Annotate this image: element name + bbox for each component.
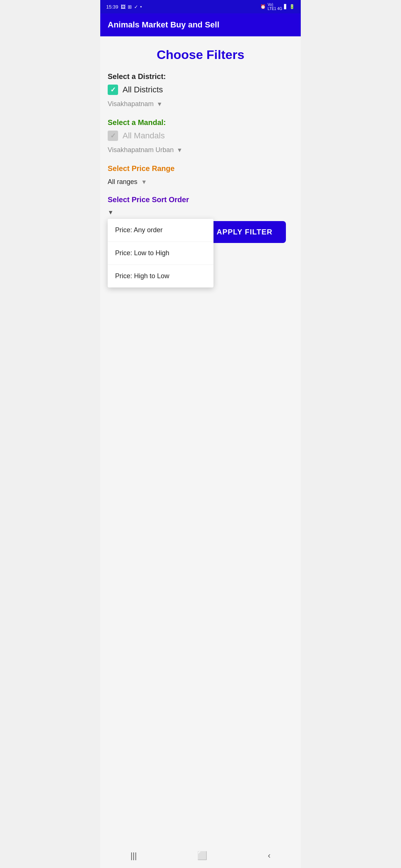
sort-option-high-to-low[interactable]: Price: High to Low: [108, 265, 213, 287]
mandal-dropdown-arrow[interactable]: ▼: [177, 147, 183, 154]
district-section-label: Select a District:: [108, 72, 293, 81]
status-bar: 15:39 🖼 ⊞ ✓ • ⏰ Vo)LTE1 4G ▋ 🔋: [100, 0, 301, 13]
battery-icon: 🔋: [289, 4, 295, 9]
price-range-value: All ranges: [108, 178, 137, 186]
signal-icon: ▋: [284, 4, 287, 9]
all-mandals-label: All Mandals: [123, 131, 165, 141]
all-mandals-checkbox[interactable]: [108, 131, 118, 141]
price-range-label: Select Price Range: [108, 164, 293, 173]
sort-option-low-to-high[interactable]: Price: Low to High: [108, 242, 213, 265]
status-bar-left: 15:39 🖼 ⊞ ✓ •: [106, 4, 142, 10]
bottom-nav: ||| ⬜ ‹: [100, 845, 301, 868]
mandal-section-label: Select a Mandal:: [108, 118, 293, 127]
price-sort-label: Select Price Sort Order: [108, 195, 293, 204]
nav-back-icon[interactable]: ‹: [268, 851, 270, 861]
district-dropdown-arrow[interactable]: ▼: [157, 101, 163, 108]
check-icon: ✓: [134, 4, 138, 10]
price-sort-dropdown-row[interactable]: ▼: [108, 208, 293, 217]
status-bar-right: ⏰ Vo)LTE1 4G ▋ 🔋: [260, 3, 295, 11]
mandal-dropdown-value: Visakhapatnam Urban: [108, 146, 174, 154]
district-dropdown-value: Visakhapatnam: [108, 100, 154, 108]
main-content: Choose Filters Select a District: All Di…: [100, 36, 301, 860]
nav-home-icon[interactable]: ⬜: [197, 851, 207, 861]
price-range-section: Select Price Range All ranges ▼: [108, 164, 293, 187]
nav-menu-icon[interactable]: |||: [130, 851, 137, 861]
app-bar: Animals Market Buy and Sell: [100, 13, 301, 36]
apply-filter-button[interactable]: APPLY FILTER: [203, 221, 286, 243]
alarm-icon: ⏰: [260, 4, 266, 9]
sort-option-any-order[interactable]: Price: Any order: [108, 219, 213, 242]
network-icon: Vo)LTE1 4G: [268, 3, 282, 11]
page-title: Choose Filters: [108, 47, 293, 62]
price-sort-dropdown-menu: Price: Any order Price: Low to High Pric…: [108, 219, 213, 287]
price-sort-arrow[interactable]: ▼: [108, 209, 114, 216]
all-mandals-row[interactable]: All Mandals: [108, 131, 293, 141]
district-dropdown-row[interactable]: Visakhapatnam ▼: [108, 98, 293, 110]
all-districts-row[interactable]: All Districts: [108, 85, 293, 95]
dot-icon: •: [140, 4, 142, 10]
all-districts-checkbox[interactable]: [108, 85, 118, 95]
app-title: Animals Market Buy and Sell: [108, 20, 219, 29]
district-section: Select a District: All Districts Visakha…: [108, 72, 293, 110]
mandal-section: Select a Mandal: All Mandals Visakhapatn…: [108, 118, 293, 156]
photo-icon: 🖼: [121, 4, 125, 10]
price-range-arrow[interactable]: ▼: [141, 179, 147, 185]
time-display: 15:39: [106, 4, 118, 10]
layers-icon: ⊞: [128, 4, 132, 10]
all-districts-label: All Districts: [123, 85, 163, 95]
price-sort-section: Select Price Sort Order ▼ Price: Any ord…: [108, 195, 293, 247]
mandal-dropdown-row[interactable]: Visakhapatnam Urban ▼: [108, 144, 293, 156]
price-range-dropdown[interactable]: All ranges ▼: [108, 177, 293, 187]
